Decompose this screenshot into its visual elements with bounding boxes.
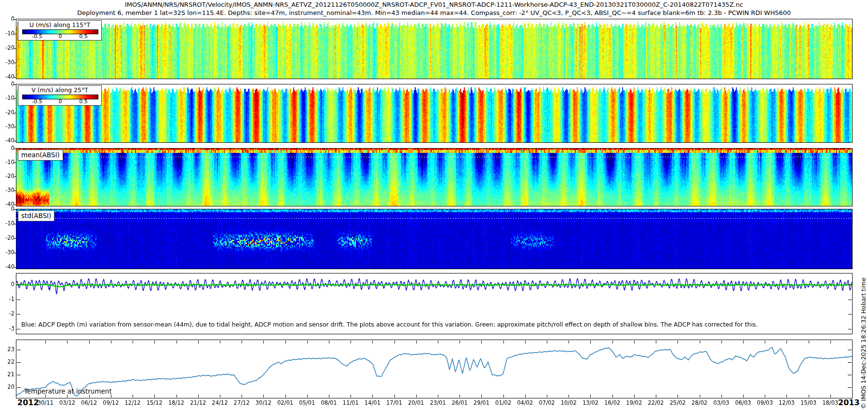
x-axis-tick [656,395,656,397]
y-axis-tick [14,34,16,34]
u-velocity-heatmap-panel [16,19,853,79]
y-tick-label: -10 [1,95,14,101]
date-tick-label: 11/01 [343,399,359,406]
y-axis-tick [14,113,16,113]
date-tick-label: 27/12 [234,399,250,406]
x-axis-tick [285,341,286,343]
y-axis-tick [14,224,16,224]
date-tick-label: 26/01 [452,399,468,406]
x-axis-tick [329,341,329,343]
y-axis-tick [17,350,21,350]
x-axis-tick [242,341,242,343]
date-tick-label: 24/12 [212,399,228,406]
u-colorbar-tick: 0 [59,33,62,40]
x-axis-tick [547,341,547,343]
y-axis-tick [14,84,16,85]
y-axis-tick [14,141,16,141]
date-tick-label: 07/02 [539,399,555,406]
date-tick-label: 28/02 [692,399,707,406]
date-tick-label: 18/03 [822,399,838,406]
v-colorbar-tick: -0.5 [32,98,42,105]
y-axis-tick [14,191,16,191]
date-tick-label: 12/12 [125,399,141,406]
x-axis-tick [590,341,591,343]
y-axis-tick [17,285,20,285]
date-tick-label: 16/02 [604,399,620,406]
y-tick-label: -40 [1,263,14,270]
y-tick-label: -3 [1,325,14,332]
x-axis-tick [481,395,482,397]
date-tick-label: 21/12 [190,399,206,406]
x-axis-tick [700,341,700,343]
x-axis-tick [765,341,765,343]
date-tick-label: 30/11 [38,399,54,406]
y-axis-tick [848,375,852,375]
date-tick-label: 13/02 [583,399,598,406]
date-tick-label: 18/12 [168,399,184,406]
y-tick-label: -2 [1,310,14,317]
x-axis-tick [590,395,591,397]
y-axis-tick [14,48,16,49]
x-axis-tick [525,395,526,397]
y-tick-label: 0 [1,15,14,22]
x-axis-tick [809,395,809,397]
v-colorbar-tick: 0 [59,98,62,105]
x-axis-year-start: 2012 [17,398,39,407]
y-tick-label: -20 [1,109,14,116]
u-colorbar-tick: 0.5 [79,33,88,40]
date-tick-label: 22/02 [648,399,664,406]
v-colorbar-tick: 0.5 [79,98,88,105]
x-axis-tick [787,395,787,397]
x-axis-tick [634,341,635,343]
x-axis-tick [612,395,613,397]
x-axis-tick [656,341,656,343]
y-axis-tick [848,300,852,300]
x-axis-tick [307,395,308,397]
x-axis-tick [133,341,133,343]
x-axis-tick [285,395,286,397]
y-tick-label: 0 [1,281,14,287]
x-axis-tick [372,395,373,397]
y-axis-tick [848,350,852,350]
date-tick-label: 01/02 [495,399,511,406]
date-tick-label: 14/01 [365,399,380,406]
date-tick-label: 25/02 [670,399,686,406]
date-tick-label: 15/03 [800,399,816,406]
y-axis-tick [14,149,16,149]
x-axis-tick [198,395,199,397]
temperature-line-chart [16,340,852,398]
y-axis-tick [14,163,16,163]
y-tick-label: -30 [1,187,14,193]
y-axis-tick [14,127,16,127]
adcp-multi-panel-figure: IMOS/ANMN/NRS/NRSROT/Velocity/IMOS_ANMN-… [0,0,868,410]
y-tick-label: 23 [1,346,14,353]
date-tick-label: 05/01 [299,399,315,406]
figure-title-deployment-info: Deployment 6, member 1 lat=32S lon=115.4… [0,9,868,16]
date-tick-label: 06/03 [735,399,751,406]
absi-std-label: std(ABSI) [18,210,54,221]
y-axis-tick [14,267,16,268]
temperature-plot-label: Temperature at instrument [24,387,112,395]
x-axis-tick [503,341,504,343]
x-axis-tick [154,341,155,343]
imos-watermark: © IMOS 14-Dec-2025 18:26:32 Hobart time [860,277,867,409]
date-tick-label: 08/01 [321,399,337,406]
y-axis-tick [14,238,16,239]
date-tick-label: 20/01 [408,399,424,406]
u-colorbar-tick: -0.5 [32,33,42,40]
x-axis-tick [569,395,569,397]
y-tick-label: -10 [1,159,14,165]
figure-title-filename: IMOS/ANMN/NRS/NRSROT/Velocity/IMOS_ANMN-… [0,1,868,8]
date-tick-label: 17/01 [386,399,402,406]
v-colorbar-title: V (m/s) along 25°T [18,86,101,94]
u-colorbar-legend: U (m/s) along 115°T -0.5 0 0.5 [18,20,102,41]
y-tick-label: 22 [1,358,14,365]
v-colorbar-legend: V (m/s) along 25°T -0.5 0 0.5 [18,85,102,106]
x-axis-tick [176,341,177,343]
y-tick-label: -30 [1,249,14,256]
y-axis-tick [848,329,852,329]
x-axis-tick [460,395,460,397]
x-axis-tick [351,341,351,343]
date-tick-label: 09/12 [103,399,119,406]
x-axis-tick [743,395,744,397]
